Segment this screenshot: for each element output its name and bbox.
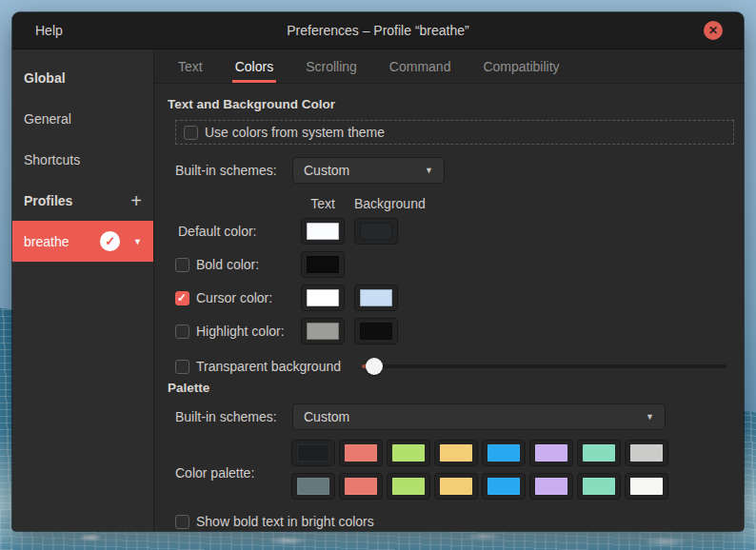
palette-swatch[interactable] bbox=[434, 473, 478, 500]
cursor-color-checkbox[interactable] bbox=[175, 291, 189, 305]
palette-swatch[interactable] bbox=[387, 473, 430, 500]
sidebar-header-global: Global bbox=[12, 57, 153, 98]
column-header-background: Background bbox=[354, 196, 426, 211]
tab-command[interactable]: Command bbox=[387, 49, 454, 83]
builtin-schemes-dropdown[interactable]: Custom ▼ bbox=[292, 157, 445, 184]
default-color-label: Default color: bbox=[178, 224, 256, 239]
transparent-background-row: Transparent background bbox=[175, 354, 728, 379]
highlight-color-row: Highlight color: bbox=[175, 318, 728, 344]
palette-swatch[interactable] bbox=[625, 440, 668, 466]
palette-swatch[interactable] bbox=[577, 473, 621, 500]
sidebar: Global General Shortcuts Profiles + brea… bbox=[12, 49, 154, 531]
color-grid-header: Text Background bbox=[175, 196, 728, 211]
wallpaper-foam bbox=[0, 529, 756, 550]
help-menu[interactable]: Help bbox=[35, 23, 63, 38]
titlebar[interactable]: Help Preferences – Profile “breathe” ✕ bbox=[12, 12, 744, 49]
section-heading-text-bg: Text and Background Color bbox=[168, 97, 728, 111]
palette-swatch[interactable] bbox=[291, 473, 335, 500]
palette-builtin-schemes-value: Custom bbox=[304, 409, 349, 424]
highlight-color-label: Highlight color: bbox=[196, 324, 285, 339]
palette-swatch[interactable] bbox=[387, 440, 430, 466]
default-background-color-swatch[interactable] bbox=[354, 218, 398, 245]
window-body: Global General Shortcuts Profiles + brea… bbox=[12, 49, 744, 531]
colors-tab-content: Text and Background Color Use colors fro… bbox=[154, 84, 744, 531]
slider-knob[interactable] bbox=[366, 358, 383, 375]
default-text-color-swatch[interactable] bbox=[301, 218, 345, 245]
palette-grid bbox=[291, 440, 668, 500]
sidebar-item-profile-breathe[interactable]: breathe ✓ ▼ bbox=[12, 221, 153, 262]
color-palette-label: Color palette: bbox=[175, 460, 291, 481]
sidebar-item-shortcuts[interactable]: Shortcuts bbox=[12, 139, 153, 180]
palette-swatch[interactable] bbox=[482, 473, 526, 500]
use-system-theme-label: Use colors from system theme bbox=[205, 125, 385, 140]
cursor-color-row: Cursor color: bbox=[175, 285, 728, 311]
bold-color-row: Bold color: bbox=[175, 251, 728, 278]
color-palette-row: Color palette: bbox=[175, 440, 728, 500]
palette-builtin-schemes-row: Built-in schemes: Custom ▼ bbox=[175, 403, 728, 430]
palette-swatch[interactable] bbox=[482, 440, 526, 466]
palette-swatch[interactable] bbox=[529, 473, 573, 500]
cursor-background-color-swatch[interactable] bbox=[354, 285, 398, 311]
transparent-background-label: Transparent background bbox=[196, 359, 341, 374]
tab-colors[interactable]: Colors bbox=[232, 49, 276, 83]
show-bold-row: Show bold text in bright colors bbox=[175, 514, 728, 529]
palette-swatch[interactable] bbox=[577, 440, 621, 466]
profile-menu-caret-icon[interactable]: ▼ bbox=[133, 237, 142, 246]
palette-swatch[interactable] bbox=[339, 440, 383, 466]
close-button[interactable]: ✕ bbox=[704, 21, 723, 40]
show-bold-checkbox[interactable] bbox=[175, 515, 189, 529]
builtin-schemes-value: Custom bbox=[304, 163, 349, 178]
column-header-text: Text bbox=[301, 196, 345, 211]
cursor-text-color-swatch[interactable] bbox=[301, 285, 345, 311]
highlight-background-color-swatch[interactable] bbox=[354, 318, 398, 344]
transparency-slider[interactable] bbox=[362, 358, 726, 375]
builtin-schemes-label: Built-in schemes: bbox=[175, 163, 292, 178]
profile-active-check-icon: ✓ bbox=[100, 231, 120, 251]
palette-swatch[interactable] bbox=[291, 440, 335, 466]
sidebar-header-profiles: Profiles + bbox=[12, 180, 153, 221]
palette-row-1 bbox=[291, 440, 668, 466]
palette-row-2 bbox=[291, 473, 668, 500]
use-system-theme-row[interactable]: Use colors from system theme bbox=[175, 120, 734, 145]
palette-builtin-schemes-label: Built-in schemes: bbox=[175, 409, 292, 424]
preferences-window: Help Preferences – Profile “breathe” ✕ G… bbox=[12, 12, 744, 531]
tab-bar: Text Colors Scrolling Command Compatibil… bbox=[154, 49, 744, 84]
dropdown-arrow-icon: ▼ bbox=[425, 166, 433, 175]
default-color-row: Default color: bbox=[175, 218, 728, 245]
add-profile-button[interactable]: + bbox=[130, 191, 142, 210]
window-title: Preferences – Profile “breathe” bbox=[12, 23, 744, 38]
tab-text[interactable]: Text bbox=[175, 49, 206, 83]
palette-swatch[interactable] bbox=[434, 440, 478, 466]
show-bold-label: Show bold text in bright colors bbox=[196, 514, 374, 529]
palette-swatch[interactable] bbox=[625, 473, 668, 500]
profile-name-label: breathe bbox=[24, 234, 69, 249]
use-system-theme-checkbox[interactable] bbox=[184, 126, 198, 140]
palette-swatch[interactable] bbox=[529, 440, 573, 466]
palette-builtin-schemes-dropdown[interactable]: Custom ▼ bbox=[292, 403, 666, 430]
tab-scrolling[interactable]: Scrolling bbox=[303, 49, 360, 83]
highlight-color-checkbox[interactable] bbox=[175, 324, 189, 339]
dropdown-arrow-icon: ▼ bbox=[646, 412, 654, 422]
main-panel: Text Colors Scrolling Command Compatibil… bbox=[154, 49, 744, 531]
bold-color-checkbox[interactable] bbox=[175, 258, 189, 272]
bold-color-label: Bold color: bbox=[196, 257, 259, 272]
builtin-schemes-row: Built-in schemes: Custom ▼ bbox=[175, 157, 728, 184]
tab-compatibility[interactable]: Compatibility bbox=[480, 49, 562, 83]
palette-swatch[interactable] bbox=[339, 473, 383, 500]
highlight-text-color-swatch[interactable] bbox=[301, 318, 345, 344]
bold-text-color-swatch[interactable] bbox=[301, 251, 345, 278]
cursor-color-label: Cursor color: bbox=[196, 290, 272, 305]
section-heading-palette: Palette bbox=[168, 381, 728, 395]
sidebar-item-general[interactable]: General bbox=[12, 98, 153, 139]
transparent-background-checkbox[interactable] bbox=[175, 360, 189, 374]
